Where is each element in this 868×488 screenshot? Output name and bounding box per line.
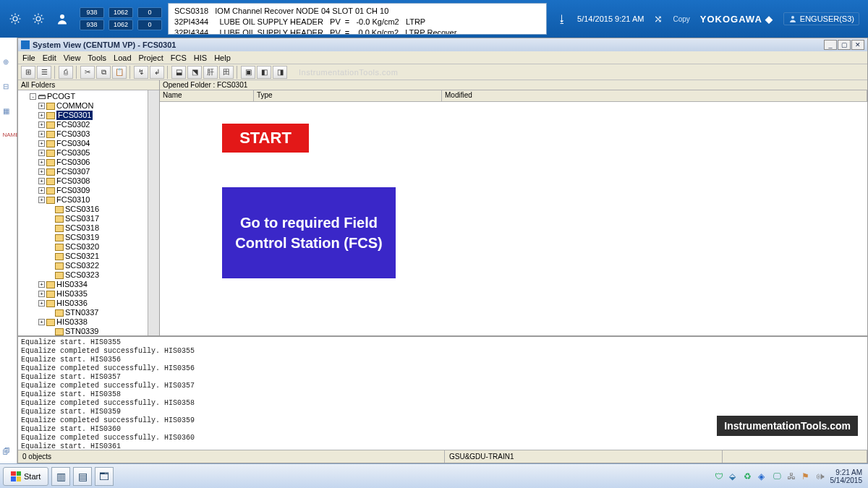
window-titlebar[interactable]: System View (CENTUM VP) - FCS0301 _ ▢ ✕	[18, 38, 867, 51]
tool-icon-f[interactable]: ◧	[257, 66, 271, 79]
callout-go: Go to required Field Control Station (FC…	[222, 187, 396, 278]
tree-node-fcs0305[interactable]: +FCS0305	[21, 148, 146, 158]
menu-tools[interactable]: Tools	[88, 53, 106, 62]
tray-icon-7[interactable]: ⚑	[801, 471, 812, 481]
tray-icon-4[interactable]: ◈	[758, 471, 768, 481]
tree-node-common[interactable]: +COMMON	[21, 101, 146, 111]
tray-clock[interactable]: 9:21 AM5/14/2015	[830, 468, 863, 484]
menu-load[interactable]: Load	[114, 53, 131, 62]
menu-fcs[interactable]: FCS	[171, 53, 187, 62]
tree-node-fcs0306[interactable]: +FCS0306	[21, 158, 146, 167]
tool-icon-e[interactable]: ▣	[241, 66, 255, 79]
col-type[interactable]: Type	[254, 90, 442, 101]
taskbar-app-2[interactable]: ▤	[73, 467, 92, 486]
window-title: System View (CENTUM VP) - FCS0301	[33, 40, 176, 49]
tree-node-scs0316[interactable]: SCS0316	[21, 205, 146, 214]
list-canvas[interactable]: START Go to required Field Control Stati…	[160, 102, 867, 335]
tray-icon-5[interactable]: 🖵	[773, 471, 783, 481]
tool-tree-icon[interactable]: ⊞	[21, 66, 35, 79]
taskbar-app-3[interactable]: 🗔	[95, 467, 114, 486]
close-button[interactable]: ✕	[851, 40, 864, 50]
tree-node-fcs0303[interactable]: +FCS0303	[21, 129, 146, 139]
toolbar: ⊞ ☰ ⎙ ✂ ⧉ 📋 ↯ ↲ ⬓ ⬔ 肝 田 ▣ ◧ ◨ Instrument…	[18, 64, 867, 80]
strip-label-name[interactable]: NAME	[3, 132, 14, 143]
tree-node-fcs0310[interactable]: +FCS0310	[21, 195, 146, 205]
tree-node-stn0339[interactable]: STN0339	[21, 327, 146, 335]
menu-his[interactable]: HIS	[194, 53, 207, 62]
tree-node-fcs0302[interactable]: +FCS0302	[21, 120, 146, 129]
svg-point-2	[60, 14, 64, 19]
tray-icon-1[interactable]: 🛡	[715, 471, 725, 481]
strip-icon-2[interactable]: ⊟	[3, 82, 14, 94]
menu-project[interactable]: Project	[139, 53, 163, 62]
counter-3b: 0	[137, 20, 162, 30]
tool-copy-icon[interactable]: ⧉	[96, 66, 111, 79]
svg-point-3	[791, 16, 794, 19]
tray-icon-6[interactable]: 🖧	[787, 471, 797, 481]
maximize-button[interactable]: ▢	[838, 40, 851, 50]
tree-node-his0334[interactable]: +HIS0334	[21, 280, 146, 289]
tool-icon-g[interactable]: ◨	[273, 66, 287, 79]
alarm-icon-1[interactable]	[9, 12, 22, 25]
menu-edit[interactable]: Edit	[43, 53, 56, 62]
tool-cut-icon[interactable]: ✂	[80, 66, 95, 79]
start-label: Start	[24, 472, 41, 481]
tree-scrollbar[interactable]	[148, 90, 159, 335]
user-badge[interactable]: ENGUSER(S3)	[783, 12, 859, 25]
col-modified[interactable]: Modified	[442, 90, 867, 101]
tree-node-scs0318[interactable]: SCS0318	[21, 223, 146, 233]
tool-list-icon[interactable]: ☰	[37, 66, 51, 79]
tool-paste-icon[interactable]: 📋	[112, 66, 127, 79]
tree-node-scs0317[interactable]: SCS0317	[21, 214, 146, 223]
menu-view[interactable]: View	[64, 53, 81, 62]
folder-tree[interactable]: -🗃PCOGT+COMMON+FCS0301+FCS0302+FCS0303+F…	[18, 90, 148, 335]
menu-file[interactable]: File	[22, 53, 35, 62]
tree-node-scs0323[interactable]: SCS0323	[21, 270, 146, 280]
tool-arrow1-icon[interactable]: ↯	[134, 66, 148, 79]
operator-icon[interactable]	[55, 12, 69, 25]
tree-node-fcs0307[interactable]: +FCS0307	[21, 167, 146, 176]
nopin-icon[interactable]: ⤭	[654, 13, 663, 25]
tool-icon-a[interactable]: ⬓	[171, 66, 186, 79]
tree-node-scs0321[interactable]: SCS0321	[21, 252, 146, 261]
strip-icon-1[interactable]: ⊕	[3, 58, 14, 69]
tray-icon-2[interactable]: ⬙	[729, 471, 739, 481]
tree-node-fcs0309[interactable]: +FCS0309	[21, 186, 146, 195]
tree-node-scs0319[interactable]: SCS0319	[21, 233, 146, 242]
tree-node-fcs0304[interactable]: +FCS0304	[21, 139, 146, 148]
status-project: GSU&GDU-TRAIN1	[445, 450, 723, 463]
tree-node-fcs0308[interactable]: +FCS0308	[21, 176, 146, 186]
windows-taskbar: Start ▥ ▤ 🗔 🛡 ⬙ ♻ ◈ 🖵 🖧 ⚑ 🕪 9:21 AM5/14/…	[0, 463, 868, 488]
scroll-indicator-icon[interactable]: ⭳	[557, 13, 567, 25]
col-name[interactable]: Name	[160, 90, 254, 101]
tool-icon-b[interactable]: ⬔	[187, 66, 202, 79]
tree-node-his0338[interactable]: +HIS0338	[21, 317, 146, 327]
menu-help[interactable]: Help	[214, 53, 231, 62]
strip-icon-doc[interactable]: 🗐	[3, 448, 14, 459]
svg-point-1	[36, 17, 41, 21]
list-header: Opened Folder : FCS0301	[160, 80, 867, 90]
tree-node-stn0337[interactable]: STN0337	[21, 308, 146, 317]
copy-button[interactable]: Copy	[673, 15, 689, 23]
tool-print-icon[interactable]: ⎙	[59, 66, 73, 79]
tool-arrow2-icon[interactable]: ↲	[150, 66, 164, 79]
alarm-icon-2[interactable]	[32, 12, 45, 25]
menu-bar: File Edit View Tools Load Project FCS HI…	[18, 51, 867, 64]
minimize-button[interactable]: _	[824, 40, 837, 50]
tool-icon-d[interactable]: 田	[219, 66, 234, 79]
tree-node-his0336[interactable]: +HIS0336	[21, 299, 146, 308]
tree-node-his0335[interactable]: +HIS0335	[21, 289, 146, 299]
strip-icon-grid[interactable]: ▦	[3, 107, 14, 119]
tree-node-scs0322[interactable]: SCS0322	[21, 261, 146, 270]
tree-header: All Folders	[18, 80, 159, 90]
tree-node-scs0320[interactable]: SCS0320	[21, 242, 146, 252]
taskbar-app-1[interactable]: ▥	[51, 467, 70, 486]
list-columns: Name Type Modified	[160, 90, 867, 102]
status-spare	[723, 450, 867, 463]
start-button[interactable]: Start	[3, 467, 48, 486]
tool-icon-c[interactable]: 肝	[203, 66, 218, 79]
header-datetime: 5/14/2015 9:21 AM	[577, 14, 644, 23]
tray-icon-8[interactable]: 🕪	[816, 471, 826, 481]
tree-node-fcs0301[interactable]: +FCS0301	[21, 111, 146, 120]
tray-icon-3[interactable]: ♻	[744, 471, 754, 481]
